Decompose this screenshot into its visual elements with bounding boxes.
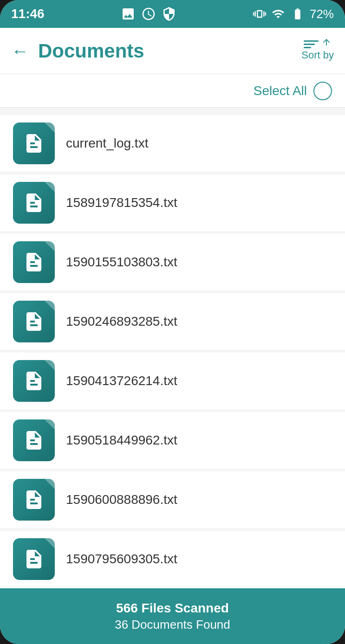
file-icon [13,419,55,461]
file-icon [13,182,55,224]
sort-arrow-icon [321,37,332,47]
file-name: 1589197815354.txt [66,195,177,210]
page-title: Documents [38,40,301,62]
files-scanned-label: 566 Files Scanned [116,601,229,616]
select-all-bar: Select All [0,74,345,108]
sort-icon [304,40,332,48]
status-bar: 11:46 72% [0,0,345,28]
file-icon [13,122,55,164]
list-item[interactable]: 1590413726214.txt [0,353,345,409]
battery-icon [290,7,305,20]
file-name: current_log.txt [66,136,148,151]
file-icon [13,241,55,283]
sort-lines-icon [304,40,319,48]
battery-percent: 72% [310,7,334,21]
phone-shell: 11:46 72% ← Documents [0,0,345,644]
file-name: 1590600888896.txt [66,492,177,507]
file-name: 1590413726214.txt [66,374,177,388]
file-icon [13,360,55,402]
list-item[interactable]: 1590518449962.txt [0,412,345,469]
file-icon [13,538,55,580]
file-name: 1590795609305.txt [66,552,177,567]
status-right: 72% [253,7,334,21]
vibrate-icon [253,7,266,20]
select-all-label: Select All [254,84,307,98]
select-all-checkbox[interactable] [313,82,332,100]
status-icons [121,6,176,21]
file-icon [13,479,55,521]
sort-button[interactable]: Sort by [301,40,334,61]
file-name: 1590246893285.txt [66,314,177,329]
list-item[interactable]: 1590155103803.txt [0,234,345,290]
file-icon [13,301,55,342]
clock-icon [141,6,156,21]
sort-label: Sort by [301,49,334,61]
bottom-bar: 566 Files Scanned 36 Documents Found [0,588,345,644]
shield-icon [162,6,176,21]
list-item[interactable]: 1590600888896.txt [0,471,345,528]
list-item[interactable]: 1590246893285.txt [0,293,345,350]
file-name: 1590518449962.txt [66,433,177,448]
status-time: 11:46 [11,6,45,21]
list-item[interactable]: current_log.txt [0,115,345,172]
file-name: 1590155103803.txt [66,255,177,270]
file-list: current_log.txt 1589197815354.txt 159015… [0,108,345,588]
app-header: ← Documents Sort by [0,28,345,74]
wifi-icon [271,7,286,20]
back-button[interactable]: ← [11,42,29,60]
image-icon [121,6,136,21]
documents-found-label: 36 Documents Found [115,618,230,632]
list-item[interactable]: 1590795609305.txt [0,531,345,587]
list-item[interactable]: 1589197815354.txt [0,174,345,231]
